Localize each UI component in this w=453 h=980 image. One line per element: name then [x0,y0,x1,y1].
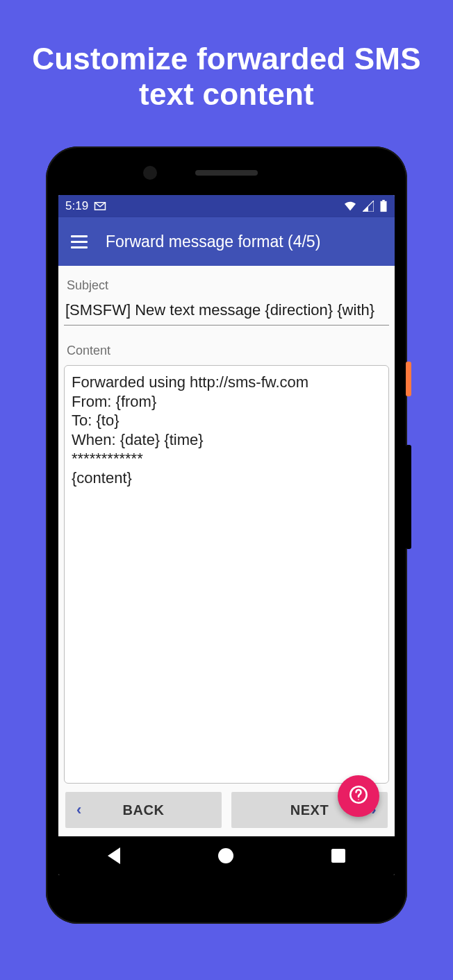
phone-speaker [195,170,258,176]
page-title: Forward message format (4/5) [106,233,320,251]
status-time: 5:19 [65,199,88,213]
chevron-left-icon: ‹ [76,801,82,819]
promo-line2: text content [139,77,314,111]
form-area: Subject Content ‹ BACK NEXT › [58,266,395,836]
status-bar: 5:19 [58,195,395,217]
nav-back-icon[interactable] [108,847,120,864]
wifi-icon [343,201,357,212]
subject-label: Subject [67,278,386,293]
svg-point-3 [358,799,359,800]
content-label: Content [67,344,386,358]
android-nav-bar [58,836,395,875]
signal-icon [363,201,374,212]
next-button-label: NEXT [290,802,329,818]
phone-frame: 5:19 Forward message fo [46,146,407,924]
mail-icon [94,201,106,211]
menu-icon[interactable] [68,233,90,251]
nav-recents-icon[interactable] [331,849,345,863]
svg-rect-1 [382,200,385,201]
phone-side-button-volume [406,445,411,549]
back-button-label: BACK [123,802,165,818]
promo-heading: Customize forwarded SMS text content [32,42,421,112]
phone-screen: 5:19 Forward message fo [58,195,395,875]
help-icon [349,785,368,807]
nav-home-icon[interactable] [218,848,233,863]
content-textarea[interactable] [64,365,389,784]
back-button[interactable]: ‹ BACK [65,792,222,828]
phone-camera [143,166,157,180]
subject-input[interactable] [64,297,389,326]
phone-side-button-power [406,362,411,396]
battery-icon [379,200,388,212]
app-bar: Forward message format (4/5) [58,217,395,266]
promo-line1: Customize forwarded SMS [32,42,421,76]
svg-rect-0 [381,201,387,212]
help-fab[interactable] [338,775,379,817]
